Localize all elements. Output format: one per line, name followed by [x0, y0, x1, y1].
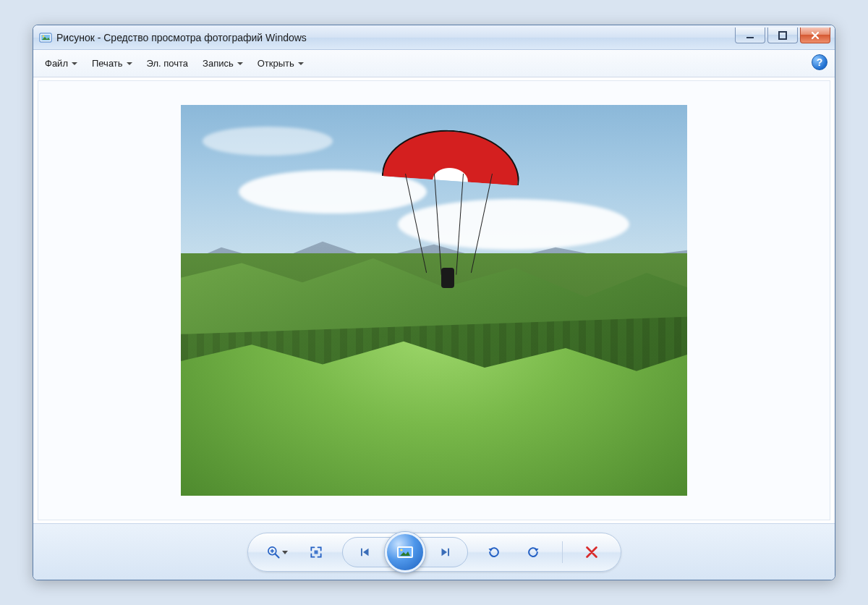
next-button[interactable]: [424, 539, 466, 565]
svg-marker-18: [441, 548, 447, 556]
svg-point-3: [43, 35, 45, 37]
menu-email[interactable]: Эл. почта: [140, 54, 196, 73]
zoom-button[interactable]: [264, 539, 290, 565]
previous-button[interactable]: [344, 539, 386, 565]
fit-to-window-button[interactable]: [303, 539, 329, 565]
svg-rect-19: [448, 548, 449, 556]
close-button[interactable]: [800, 28, 830, 43]
delete-button[interactable]: [579, 539, 605, 565]
separator: [562, 541, 563, 563]
menu-file[interactable]: Файл: [38, 54, 85, 73]
svg-marker-20: [488, 549, 493, 551]
svg-point-17: [400, 549, 402, 551]
help-icon: ?: [817, 56, 823, 68]
app-window: Рисунок - Средство просмотра фотографий …: [33, 25, 835, 580]
window-controls: [735, 25, 835, 43]
menu-label: Запись: [203, 58, 234, 69]
menu-burn[interactable]: Запись: [195, 54, 250, 73]
titlebar[interactable]: Рисунок - Средство просмотра фотографий …: [33, 25, 835, 50]
chevron-down-icon: [298, 62, 304, 65]
chevron-down-icon: [72, 62, 77, 65]
svg-rect-12: [361, 548, 362, 556]
menu-label: Печать: [92, 58, 123, 69]
menu-label: Открыть: [258, 58, 294, 69]
control-bar: [247, 533, 621, 572]
chevron-down-icon: [237, 62, 243, 65]
chevron-down-icon: [127, 62, 132, 65]
menu-label: Эл. почта: [147, 58, 189, 69]
app-icon: [39, 31, 52, 44]
svg-rect-5: [779, 32, 786, 39]
menu-label: Файл: [45, 58, 68, 69]
menubar: Файл Печать Эл. почта Запись Открыть ?: [33, 50, 835, 77]
minimize-button[interactable]: [735, 28, 765, 43]
image-viewport[interactable]: [38, 80, 830, 520]
svg-rect-4: [746, 37, 754, 38]
svg-line-7: [275, 554, 278, 557]
menu-open[interactable]: Открыть: [250, 54, 311, 73]
svg-marker-21: [534, 549, 538, 551]
displayed-image: [181, 105, 687, 496]
rotate-ccw-button[interactable]: [481, 539, 507, 565]
maximize-button[interactable]: [767, 28, 798, 43]
slideshow-button[interactable]: [385, 532, 425, 572]
svg-marker-13: [363, 548, 369, 556]
navigation-group: [342, 537, 468, 567]
svg-marker-10: [282, 551, 288, 554]
bottom-bar: [33, 523, 835, 580]
help-button[interactable]: ?: [812, 54, 827, 70]
rotate-cw-button[interactable]: [520, 539, 546, 565]
menu-print[interactable]: Печать: [85, 54, 140, 73]
window-title: Рисунок - Средство просмотра фотографий …: [56, 32, 307, 43]
svg-rect-11: [314, 550, 318, 554]
